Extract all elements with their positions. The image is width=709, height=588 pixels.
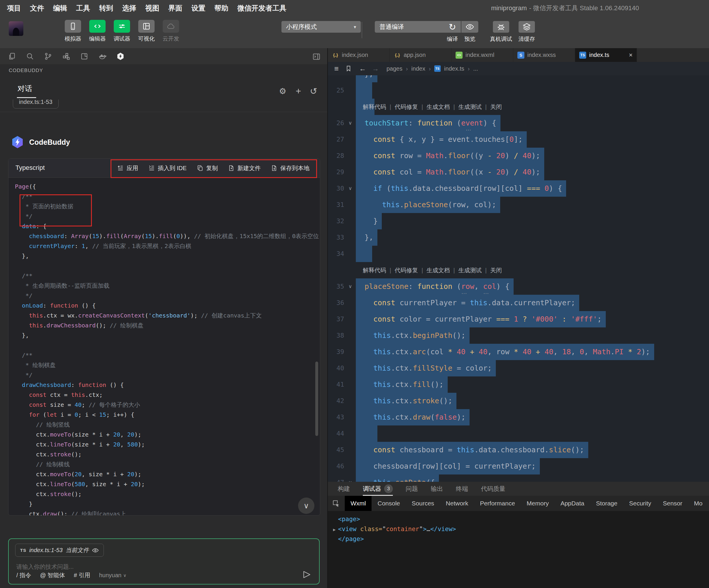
branch-icon[interactable] bbox=[44, 52, 52, 61]
inspect-element-icon[interactable] bbox=[330, 497, 342, 509]
new-chat-icon[interactable]: + bbox=[293, 86, 303, 96]
toolbar-sliders-button[interactable]: 调试器 bbox=[114, 20, 130, 43]
expand-arrow-icon[interactable]: ▶ bbox=[333, 527, 338, 532]
menu-item[interactable]: 编辑 bbox=[53, 3, 67, 13]
codebuddy-icon[interactable] bbox=[116, 52, 125, 61]
files-icon[interactable] bbox=[7, 52, 16, 61]
close-tab-icon[interactable]: × bbox=[629, 51, 633, 59]
code-action-newfile-button[interactable]: 新建文件 bbox=[228, 164, 261, 172]
menu-item[interactable]: 视图 bbox=[145, 3, 159, 13]
tab-chat[interactable]: 对话 bbox=[18, 84, 32, 93]
devtools-tab-Sources[interactable]: Sources bbox=[406, 496, 440, 511]
bookmark-icon[interactable] bbox=[345, 65, 352, 72]
menu-item[interactable]: 工具 bbox=[76, 3, 90, 13]
menu-item[interactable]: 文件 bbox=[30, 3, 44, 13]
menu-item[interactable]: 微信开发者工具 bbox=[237, 3, 286, 13]
codelens-action[interactable]: 关闭 bbox=[490, 104, 502, 110]
outline-list-icon[interactable]: ≡ bbox=[334, 64, 339, 73]
nav-back-icon[interactable]: ← bbox=[359, 65, 366, 73]
command-agent[interactable]: @ 智能体 bbox=[40, 571, 65, 579]
command-ref[interactable]: # 引用 bbox=[74, 571, 90, 579]
devtools-tab-Sensor[interactable]: Sensor bbox=[657, 496, 688, 511]
breadcrumb-item[interactable]: ... bbox=[473, 66, 478, 72]
fold-chevron-icon[interactable]: ∨ bbox=[346, 278, 354, 295]
code-action-copy-button[interactable]: 复制 bbox=[196, 164, 218, 172]
compile-mode-select[interactable]: 普通编译 ▾ bbox=[375, 21, 453, 33]
devtools-tab-Mo[interactable]: Mo bbox=[688, 496, 708, 511]
clear-cache-button[interactable] bbox=[519, 21, 535, 33]
toolbar-layout-button[interactable]: 可视化 bbox=[138, 20, 155, 43]
fold-chevron-icon[interactable]: ∨ bbox=[346, 115, 354, 131]
context-file-chip[interactable]: TS index.ts:1-53 当前文件 bbox=[15, 544, 104, 557]
codelens-action[interactable]: 关闭 bbox=[490, 267, 502, 274]
menu-item[interactable]: 设置 bbox=[191, 3, 205, 13]
chat-input-box[interactable]: TS index.ts:1-53 当前文件 请输入你的技术问题... / 指令 … bbox=[8, 538, 320, 585]
devtools-tab-Wxml[interactable]: Wxml bbox=[345, 496, 372, 511]
codelens-action[interactable]: 代码修复 bbox=[395, 104, 418, 110]
search-icon[interactable] bbox=[26, 52, 34, 61]
breadcrumb-item[interactable]: pages bbox=[387, 66, 402, 72]
editor-tab-index.wxml[interactable]: <>index.wxml bbox=[451, 48, 513, 62]
context-range-chip[interactable]: index.ts:1-53 bbox=[13, 100, 59, 108]
devtools-tab-Performance[interactable]: Performance bbox=[474, 496, 521, 511]
devtools-tab-Security[interactable]: Security bbox=[623, 496, 657, 511]
menu-item[interactable]: 转到 bbox=[99, 3, 113, 13]
toolbar-cloud-button[interactable]: 云开发 bbox=[163, 20, 179, 43]
settings-gear-icon[interactable]: ⚙ bbox=[278, 86, 288, 96]
notebook-icon[interactable] bbox=[80, 52, 89, 61]
devtools-tab-Console[interactable]: Console bbox=[372, 496, 406, 511]
toolbar-code-button[interactable]: 编辑器 bbox=[89, 20, 106, 43]
send-icon[interactable] bbox=[302, 570, 312, 579]
command-slash[interactable]: / 指令 bbox=[16, 571, 31, 579]
codelens-action[interactable]: 生成文档 bbox=[426, 104, 450, 110]
panel-tab-问题[interactable]: 问题 bbox=[406, 482, 418, 496]
scroll-to-bottom-button[interactable]: ∨ bbox=[298, 497, 314, 514]
panel-tab-调试器[interactable]: 调试器3 bbox=[363, 482, 393, 496]
mode-select[interactable]: 小程序模式 ▾ bbox=[282, 21, 361, 33]
breadcrumb-item[interactable]: index.ts bbox=[444, 66, 464, 72]
wxml-tree-node[interactable]: ▶<page> bbox=[333, 514, 709, 525]
editor-tab-index.json[interactable]: {..}index.json bbox=[328, 48, 390, 62]
menu-item[interactable]: 界面 bbox=[168, 3, 182, 13]
menu-item[interactable]: 选择 bbox=[122, 3, 136, 13]
editor-tab-app.json[interactable]: {..}app.json bbox=[390, 48, 451, 62]
history-icon[interactable]: ↺ bbox=[309, 86, 318, 96]
panel-tab-输出[interactable]: 输出 bbox=[431, 482, 443, 496]
panel-tab-终端[interactable]: 终端 bbox=[456, 482, 468, 496]
chat-code-scrollbar[interactable] bbox=[315, 362, 318, 436]
code-action-apply-button[interactable]: 应用 bbox=[117, 164, 138, 172]
menu-item[interactable]: 帮助 bbox=[214, 3, 228, 13]
wxml-tree-node[interactable]: ▶<view class="container">…</view> bbox=[333, 525, 709, 534]
codelens-action[interactable]: 生成文档 bbox=[426, 267, 450, 274]
collapse-panel-icon[interactable] bbox=[312, 52, 321, 61]
codelens-action[interactable]: 生成测试 bbox=[458, 267, 482, 274]
avatar[interactable] bbox=[9, 21, 23, 36]
breadcrumb-item[interactable]: index bbox=[411, 66, 425, 72]
toolbar-phone-button[interactable]: 模拟器 bbox=[65, 20, 81, 43]
devtools-tab-Storage[interactable]: Storage bbox=[590, 496, 623, 511]
editor-tab-index.wxss[interactable]: Sindex.wxss bbox=[513, 48, 575, 62]
wxml-tree-node[interactable]: ▶</page> bbox=[333, 534, 709, 544]
model-selector[interactable]: hunyuan ∨ bbox=[99, 572, 127, 579]
codelens-action[interactable]: 代码修复 bbox=[395, 267, 418, 274]
fold-chevron-icon[interactable]: ∨ bbox=[346, 180, 354, 197]
editor-tab-index.ts[interactable]: TSindex.ts× bbox=[575, 48, 637, 62]
devtools-tab-AppData[interactable]: AppData bbox=[555, 496, 590, 511]
codelens-action[interactable]: 解释代码 bbox=[363, 104, 386, 110]
fold-chevron-icon[interactable]: ∨ bbox=[346, 475, 354, 482]
devtools-tab-Network[interactable]: Network bbox=[440, 496, 474, 511]
docker-icon[interactable] bbox=[98, 52, 107, 61]
extensions-icon[interactable] bbox=[62, 52, 71, 61]
menu-item[interactable]: 项目 bbox=[7, 3, 21, 13]
codelens-action[interactable]: 解释代码 bbox=[363, 267, 386, 274]
nav-forward-icon[interactable]: → bbox=[372, 65, 379, 73]
panel-tab-构建[interactable]: 构建 bbox=[338, 482, 350, 496]
panel-tab-代码质量[interactable]: 代码质量 bbox=[481, 482, 505, 496]
remote-debug-button[interactable] bbox=[493, 21, 509, 33]
devtools-tab-Memory[interactable]: Memory bbox=[521, 496, 555, 511]
preview-button[interactable] bbox=[462, 21, 478, 33]
code-action-insert-button[interactable]: 插入到 IDE bbox=[148, 164, 187, 172]
code-action-savefile-button[interactable]: 保存到本地 bbox=[271, 164, 310, 172]
codelens-action[interactable]: 生成测试 bbox=[458, 104, 482, 110]
compile-button[interactable]: ↻ bbox=[444, 21, 461, 33]
